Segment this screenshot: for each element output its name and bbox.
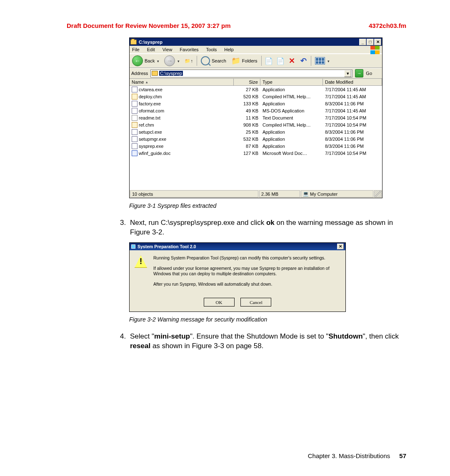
address-field[interactable]: C:\sysprep ▾ <box>150 70 352 77</box>
page-footer: Chapter 3. Mass-Distributions57 <box>308 452 406 459</box>
menu-help[interactable]: Help <box>224 47 234 52</box>
undo-button[interactable]: ↶ <box>299 56 308 65</box>
delete-button[interactable]: ✕ <box>288 56 297 65</box>
file-name: deploy.chm <box>139 94 162 99</box>
file-size: 520 KB <box>234 93 260 100</box>
figure-1-caption: Figure 3-1 Sysprep files extracted <box>129 202 406 209</box>
window-titlebar[interactable]: C:\sysprep _ □ ✕ <box>130 38 382 46</box>
warning-icon: ! <box>135 255 147 268</box>
file-size: 49 KB <box>234 107 260 114</box>
file-row[interactable]: factory.exe133 KBApplication8/3/2004 11:… <box>130 100 382 107</box>
folders-button[interactable]: 📁Folders <box>230 55 259 66</box>
folder-icon <box>130 40 137 45</box>
menu-view[interactable]: View <box>162 47 172 52</box>
file-icon <box>132 129 138 135</box>
dialog-icon <box>131 244 135 249</box>
status-size: 2.36 MB <box>259 190 300 197</box>
file-modified: 7/17/2004 10:54 PM <box>323 121 382 128</box>
move-to-button[interactable]: 📄 <box>264 56 273 65</box>
file-size: 532 KB <box>234 135 260 142</box>
menu-edit[interactable]: Edit <box>147 47 155 52</box>
menu-tools[interactable]: Tools <box>206 47 217 52</box>
minimize-button[interactable]: _ <box>359 39 366 45</box>
file-type: Compiled HTML Help… <box>260 121 323 128</box>
file-type: Compiled HTML Help… <box>260 93 323 100</box>
close-button[interactable]: ✕ <box>374 39 381 45</box>
file-name: setupcl.exe <box>139 130 162 135</box>
file-name: setupmgr.exe <box>139 137 166 142</box>
file-row[interactable]: setupmgr.exe532 KBApplication8/3/2004 11… <box>130 135 382 142</box>
menu-file[interactable]: File <box>132 47 140 52</box>
resize-grip[interactable] <box>374 190 382 197</box>
column-headers: Name▲ Size Type Date Modified <box>130 79 382 86</box>
maximize-button[interactable]: □ <box>367 39 374 45</box>
file-row[interactable]: deploy.chm520 KBCompiled HTML Help…7/17/… <box>130 93 382 100</box>
status-bar: 10 objects 2.36 MB 💻 My Computer <box>130 189 382 198</box>
sort-asc-icon: ▲ <box>145 80 148 84</box>
folder-icon <box>152 71 158 76</box>
search-button[interactable]: Search <box>200 55 228 66</box>
figure-2-caption: Figure 3-2 Warning message for security … <box>129 316 406 323</box>
draft-text: Draft Document for Review November 15, 2… <box>67 22 230 29</box>
windows-flag-icon <box>370 46 381 55</box>
folders-icon: 📁 <box>231 56 240 65</box>
step-3-text: 3.Next, run C:\sysprep\sysprep.exe and c… <box>120 218 406 237</box>
dialog-titlebar[interactable]: System Preparation Tool 2.0 ✕ <box>130 243 345 250</box>
type-header[interactable]: Type <box>260 79 323 85</box>
dialog-title: System Preparation Tool 2.0 <box>138 244 196 249</box>
toolbar: ←Back → 📁↑ Search 📁Folders 📄 📄 ✕ ↶ <box>130 54 382 68</box>
cancel-button[interactable]: Cancel <box>240 298 271 307</box>
file-size: 908 KB <box>234 121 260 128</box>
file-row[interactable]: cvtarea.exe27 KBApplication7/17/2004 11:… <box>130 86 382 93</box>
file-size: 25 KB <box>234 128 260 135</box>
address-value: C:\sysprep <box>159 71 183 76</box>
file-row[interactable]: setupcl.exe25 KBApplication8/3/2004 11:0… <box>130 128 382 135</box>
address-dropdown-button[interactable]: ▾ <box>344 70 351 77</box>
file-type: MS-DOS Application <box>260 107 323 114</box>
up-button[interactable]: 📁↑ <box>183 57 194 65</box>
address-bar: Address C:\sysprep ▾ → Go <box>130 68 382 79</box>
file-type: Application <box>260 100 323 107</box>
file-row[interactable]: readme.txt11 KBText Document7/17/2004 10… <box>130 114 382 121</box>
go-button[interactable]: → <box>355 69 363 77</box>
file-name: readme.txt <box>139 115 160 120</box>
copy-to-button[interactable]: 📄 <box>276 56 285 65</box>
file-modified: 8/3/2004 11:06 PM <box>323 142 382 150</box>
file-modified: 7/17/2004 10:54 PM <box>323 114 382 121</box>
file-icon <box>132 108 138 114</box>
file-type: Application <box>260 142 323 150</box>
file-modified: 8/3/2004 11:06 PM <box>323 135 382 142</box>
file-modified: 8/3/2004 11:06 PM <box>323 128 382 135</box>
views-button[interactable] <box>314 56 331 65</box>
file-list: Name▲ Size Type Date Modified cvtarea.ex… <box>130 79 382 189</box>
search-icon <box>201 56 210 65</box>
file-row[interactable]: sysprep.exe87 KBApplication8/3/2004 11:0… <box>130 142 382 150</box>
file-modified: 7/17/2004 10:54 PM <box>323 150 382 157</box>
forward-button: → <box>163 55 181 67</box>
size-header[interactable]: Size <box>234 79 260 85</box>
name-header[interactable]: Name▲ <box>130 79 234 85</box>
file-size: 87 KB <box>234 142 260 150</box>
file-name: ref.chm <box>139 122 154 127</box>
window-title: C:\sysprep <box>139 40 162 45</box>
file-row[interactable]: oformat.com49 KBMS-DOS Application7/17/2… <box>130 107 382 114</box>
file-type: Application <box>260 86 323 93</box>
draft-header: Draft Document for Review November 15, 2… <box>67 22 406 29</box>
ok-button[interactable]: OK <box>204 298 235 307</box>
dialog-close-button[interactable]: ✕ <box>337 244 344 249</box>
file-row[interactable]: wfinf_guide.doc127 KBMicrosoft Word Doc…… <box>130 150 382 157</box>
file-icon <box>132 87 138 92</box>
menu-favorites[interactable]: Favorites <box>180 47 198 52</box>
modified-header[interactable]: Date Modified <box>323 79 382 85</box>
file-icon <box>132 115 138 121</box>
sysprep-dialog: System Preparation Tool 2.0 ✕ ! Running … <box>129 242 346 312</box>
file-size: 11 KB <box>234 114 260 121</box>
back-button[interactable]: ←Back <box>131 55 160 67</box>
file-name: cvtarea.exe <box>139 87 162 92</box>
file-type: Text Document <box>260 114 323 121</box>
file-row[interactable]: ref.chm908 KBCompiled HTML Help…7/17/200… <box>130 121 382 128</box>
draft-filename: 4372ch03.fm <box>369 22 406 29</box>
file-name: oformat.com <box>139 108 164 113</box>
file-icon <box>132 122 138 128</box>
file-icon <box>132 101 138 107</box>
